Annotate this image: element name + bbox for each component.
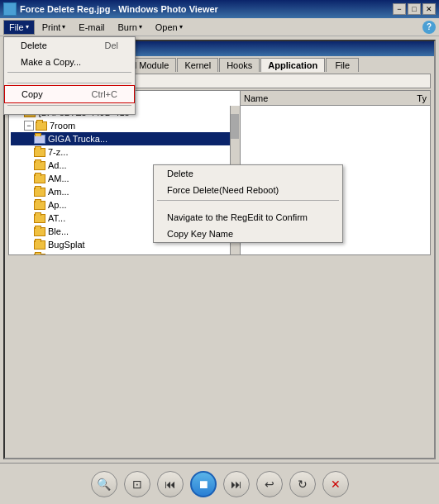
app-icon xyxy=(3,2,17,16)
help-button[interactable]: ? xyxy=(422,21,436,34)
zoom-icon: ⊡ xyxy=(132,478,142,491)
menu-burn[interactable]: Burn ▾ xyxy=(112,20,148,35)
delete-button[interactable]: ✕ xyxy=(322,471,349,497)
window-controls[interactable]: − □ ✕ xyxy=(393,3,436,15)
tree-row-giga[interactable]: GIGA Trucka... xyxy=(11,132,238,145)
folder-icon-ap xyxy=(34,201,45,210)
tree-row-7z[interactable]: 7-z... xyxy=(11,145,238,159)
menu-exit[interactable] xyxy=(4,107,135,114)
context-copy-key[interactable]: Navigate to the RegEdit to Confirm xyxy=(154,209,342,226)
col-type: Ty xyxy=(417,93,427,103)
menu-open[interactable]: Open ▾ xyxy=(150,20,188,35)
context-export[interactable]: Copy Key Name xyxy=(154,226,342,242)
prev-icon: ⏮ xyxy=(165,478,176,491)
play-button[interactable]: ⏹ xyxy=(190,471,217,497)
menu-print[interactable]: Print ▾ xyxy=(36,20,72,35)
rotate-right-icon: ↻ xyxy=(298,478,308,491)
folder-icon-7z xyxy=(34,148,45,157)
delete-icon: ✕ xyxy=(331,478,341,491)
col-name: Name xyxy=(244,93,268,103)
folder-icon-ad xyxy=(34,161,45,170)
detail-header: Name Ty xyxy=(241,91,430,106)
tab-hooks[interactable]: Hooks xyxy=(219,58,260,72)
window-title: Force Delete Reg.jpg - Windows Photo Vie… xyxy=(20,4,218,14)
play-icon: ⏹ xyxy=(198,478,209,491)
next-button[interactable]: ⏭ xyxy=(223,471,250,497)
folder-icon-at xyxy=(34,214,45,223)
burn-arrow: ▾ xyxy=(139,23,142,31)
menu-file[interactable]: File ▾ xyxy=(3,20,35,35)
expand-7room[interactable]: − xyxy=(24,121,34,131)
context-navigate[interactable] xyxy=(154,202,342,209)
bottom-bar: 🔍 ⊡ ⏮ ⏹ ⏭ ↩ ↻ ✕ xyxy=(0,463,439,504)
tab-kernel[interactable]: Kernel xyxy=(177,58,218,72)
separator-2 xyxy=(7,83,131,83)
menu-delete[interactable]: Delete Del xyxy=(4,37,135,54)
rotate-left-button[interactable]: ↩ xyxy=(256,471,283,497)
menu-email[interactable]: E-mail xyxy=(73,20,110,35)
menu-bar: File ▾ Print ▾ E-mail Burn ▾ Open ▾ ? xyxy=(0,18,439,36)
folder-icon-giga xyxy=(34,135,45,144)
open-arrow: ▾ xyxy=(179,23,183,31)
file-arrow: ▾ xyxy=(26,23,29,31)
menu-make-copy[interactable]: Make a Copy... xyxy=(4,54,135,70)
minimize-button[interactable]: − xyxy=(393,3,406,15)
rotate-right-button[interactable]: ↻ xyxy=(289,471,316,497)
folder-icon-bugsplat xyxy=(34,240,45,250)
tree-row-7room[interactable]: − 7room xyxy=(11,119,238,132)
title-bar: Force Delete Reg.jpg - Windows Photo Vie… xyxy=(0,0,439,18)
separator-3 xyxy=(7,105,131,106)
folder-icon-am xyxy=(34,174,45,183)
context-delete[interactable]: Delete xyxy=(154,165,342,182)
folder-icon-clients xyxy=(34,254,45,255)
file-dropdown: Delete Del Make a Copy... Copy Ctrl+C xyxy=(3,36,136,115)
next-icon: ⏭ xyxy=(231,478,242,491)
menu-properties[interactable]: Copy Ctrl+C xyxy=(4,85,135,103)
context-separator xyxy=(157,200,339,201)
separator-1 xyxy=(7,72,131,73)
zoom-button[interactable]: ⊡ xyxy=(124,471,150,497)
folder-icon-7room xyxy=(36,121,47,131)
context-menu: Delete Force Delete(Need Reboot) Navigat… xyxy=(153,164,343,243)
close-button[interactable]: ✕ xyxy=(422,3,436,15)
scrollbar-thumb xyxy=(231,114,239,139)
folder-icon-ble xyxy=(34,227,45,236)
search-button[interactable]: 🔍 xyxy=(91,471,117,497)
rotate-left-icon: ↩ xyxy=(265,478,274,491)
folder-icon-am2 xyxy=(34,188,45,197)
print-arrow: ▾ xyxy=(62,23,65,31)
search-icon: 🔍 xyxy=(97,478,111,491)
tree-row-clients[interactable]: Clients xyxy=(11,251,238,254)
tab-file[interactable]: File xyxy=(326,58,359,72)
tab-application[interactable]: Application xyxy=(260,58,325,72)
context-force-delete[interactable]: Force Delete(Need Reboot) xyxy=(154,182,342,198)
maximize-button[interactable]: □ xyxy=(408,3,421,15)
menu-copy[interactable] xyxy=(4,74,135,81)
prev-button[interactable]: ⏮ xyxy=(157,471,184,497)
